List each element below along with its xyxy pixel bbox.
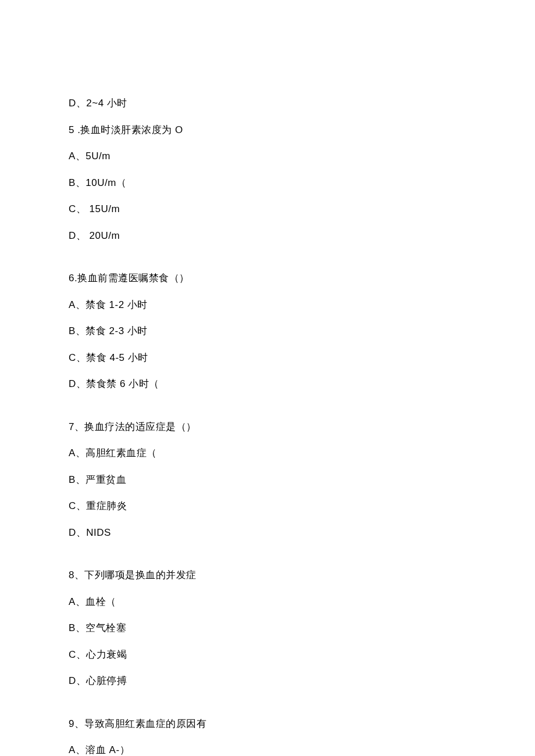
text-line: A、高胆红素血症（ [69, 446, 466, 461]
text-line: D、 20U/m [69, 228, 466, 243]
text-line: 8、下列哪项是换血的并发症 [69, 568, 466, 583]
text-line: A、5U/m [69, 149, 466, 164]
text-line: A、溶血 A-） [69, 743, 466, 756]
document-body: D、2~4 小时5 .换血时淡肝素浓度为 OA、5U/mB、10U/m（C、 1… [69, 96, 466, 756]
text-line: D、NIDS [69, 525, 466, 540]
text-line: A、血栓（ [69, 594, 466, 610]
text-line: D、心脏停搏 [69, 673, 466, 689]
text-line: C、重症肺炎 [69, 499, 466, 514]
text-line: 6.换血前需遵医嘱禁食（） [69, 271, 466, 286]
text-line: C、禁食 4-5 小时 [69, 350, 466, 366]
text-line: B、10U/m（ [69, 175, 466, 191]
text-line: 5 .换血时淡肝素浓度为 O [69, 123, 466, 138]
text-line: C、 15U/m [69, 202, 466, 217]
text-line: B、空气栓塞 [69, 621, 466, 636]
text-line: B、严重贫血 [69, 472, 466, 488]
text-line: C、心力衰竭 [69, 647, 466, 662]
text-line: 7、换血疗法的适应症是（） [69, 420, 466, 435]
text-line: D、2~4 小时 [69, 96, 466, 111]
text-line: D、禁食禁 6 小时（ [69, 377, 466, 392]
text-line: B、禁食 2-3 小时 [69, 324, 466, 339]
text-line: 9、导致高胆红素血症的原因有 [69, 716, 466, 732]
text-line: A、禁食 1-2 小时 [69, 298, 466, 313]
